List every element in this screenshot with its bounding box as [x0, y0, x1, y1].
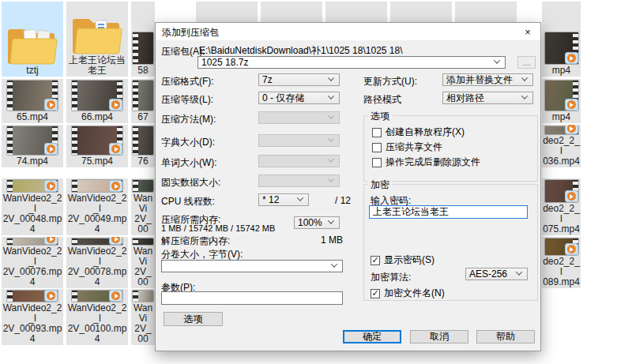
filmstrip-holes: [7, 81, 13, 111]
solid-block-label: 固实数据大小:: [161, 176, 220, 190]
chevron-down-icon: [521, 92, 528, 99]
file-tile[interactable]: WanVideo2_2_I2V_00076.mp4: [2, 237, 63, 288]
browse-button[interactable]: ...: [517, 56, 536, 69]
decompress-memory-label: 解压缩所需内存:: [161, 235, 230, 248]
delete-after-checkbox-row[interactable]: 操作完成后删除源文件: [372, 156, 480, 169]
file-tile[interactable]: deo2_2_I089.mp4: [542, 237, 581, 288]
video-thumbnail: [545, 238, 578, 255]
chevron-down-icon: [328, 74, 334, 81]
file-tile[interactable]: WanVideo2_2_I2V_00049.mp4: [66, 178, 128, 235]
folder-icon: [72, 14, 122, 55]
dialog-titlebar[interactable]: 添加到压缩包 ×: [156, 23, 540, 40]
close-icon[interactable]: ×: [515, 23, 540, 40]
chevron-down-icon: [328, 92, 334, 99]
video-thumbnail: [72, 291, 122, 302]
file-tile[interactable]: WanVi2V_00: [131, 237, 155, 288]
video-thumbnail: [7, 238, 58, 245]
ok-button[interactable]: 确定: [343, 330, 401, 343]
update-mode-combo[interactable]: 添加并替换文件: [442, 73, 533, 86]
shared-files-checkbox-row[interactable]: 压缩共享文件: [372, 141, 442, 154]
filmstrip-holes: [72, 238, 77, 245]
play-icon: [44, 143, 58, 155]
file-label: WanVideo2_2_I2V_00049.mp4: [67, 193, 127, 235]
filmstrip-holes: [72, 126, 77, 155]
checkbox-unchecked[interactable]: [372, 128, 382, 137]
file-tile[interactable]: WanVideo2_2_I2V_00048.mp4: [2, 178, 63, 235]
video-thumbnail: [72, 126, 122, 155]
help-button[interactable]: 帮助: [476, 330, 535, 343]
chevron-down-icon: [328, 175, 334, 182]
checkbox-unchecked[interactable]: [372, 158, 382, 167]
checkbox-checked[interactable]: ✓: [371, 256, 380, 265]
file-tile[interactable]: mp4: [542, 79, 581, 123]
video-thumbnail: [545, 81, 578, 111]
cpu-threads-combo[interactable]: * 12: [258, 193, 309, 206]
file-tile[interactable]: mp4: [542, 2, 581, 77]
file-tile[interactable]: 65.mp4: [2, 79, 63, 123]
file-tile[interactable]: WanVi2V_00: [131, 178, 155, 235]
password-input[interactable]: 上老王论坛当老王: [369, 205, 528, 219]
play-icon: [109, 290, 122, 302]
file-tile[interactable]: 66.mp4: [66, 79, 128, 123]
file-tile[interactable]: WanVi2V_00: [131, 289, 155, 345]
filmstrip-holes: [133, 291, 138, 302]
method-combo-disabled: [258, 111, 340, 124]
show-password-checkbox-row[interactable]: ✓ 显示密码(S): [371, 253, 434, 267]
parameters-input[interactable]: [161, 291, 343, 305]
video-thumbnail: [72, 81, 122, 111]
file-tile[interactable]: 75.mp4: [66, 125, 128, 167]
archive-name-combo[interactable]: 1025 18.7z: [198, 56, 506, 69]
file-tile[interactable]: 58: [131, 2, 155, 77]
file-tile[interactable]: WanVideo2_2_I2V_00093.mp4: [2, 289, 63, 345]
memory-percent-combo[interactable]: 100%: [294, 216, 340, 229]
file-tile[interactable]: 67: [131, 79, 155, 123]
path-mode-combo[interactable]: 相对路径: [442, 92, 533, 104]
file-tile[interactable]: tztj: [2, 2, 63, 77]
file-tile[interactable]: WanVideo2_2_I2V_00078.mp4: [66, 237, 128, 288]
encrypt-names-checkbox-row[interactable]: ✓ 加密文件名(N): [371, 287, 445, 300]
file-label: WanVi2V_00: [132, 303, 154, 344]
format-combo[interactable]: 7z: [258, 73, 340, 86]
filmstrip-holes: [133, 81, 138, 111]
method-label: 压缩方法(M):: [161, 113, 216, 126]
file-label: mp4: [543, 66, 580, 76]
file-tile[interactable]: 上老王论坛当老王: [66, 2, 128, 77]
video-thumbnail: [7, 291, 58, 302]
show-password-label: 显示密码(S): [384, 253, 434, 267]
file-tile[interactable]: deo2_2_I036.mp4: [542, 125, 581, 167]
chevron-down-icon: [331, 261, 337, 267]
play-icon: [565, 243, 578, 255]
level-label: 压缩等级(L):: [161, 93, 213, 107]
play-icon: [109, 99, 122, 111]
video-thumbnail: [7, 126, 58, 155]
file-tile[interactable]: 76: [131, 125, 155, 167]
chevron-down-icon: [494, 57, 500, 63]
checkbox-unchecked[interactable]: [372, 143, 382, 152]
video-thumbnail: [133, 180, 153, 192]
video-thumbnail: [7, 180, 58, 192]
encryption-group-label: 加密: [367, 178, 393, 192]
cpu-threads-label: CPU 线程数:: [161, 195, 215, 208]
checkbox-checked[interactable]: ✓: [371, 289, 380, 298]
encrypt-names-label: 加密文件名(N): [384, 287, 445, 300]
filmstrip-holes: [7, 291, 13, 302]
video-thumbnail: [133, 81, 153, 111]
cancel-button[interactable]: 取消: [410, 330, 468, 343]
sfx-checkbox-row[interactable]: 创建自释放程序(X): [372, 126, 465, 139]
file-tile[interactable]: WanVideo2_2_I2V_00100.mp4: [66, 289, 128, 345]
play-icon: [44, 180, 58, 192]
level-combo[interactable]: 0 - 仅存储: [258, 92, 340, 104]
cipher-combo[interactable]: AES-256: [465, 268, 528, 280]
format-label: 压缩格式(F):: [161, 75, 214, 88]
options-button[interactable]: 选项: [164, 312, 223, 326]
video-thumbnail: [545, 180, 578, 202]
file-label: WanVideo2_2_I2V_00048.mp4: [2, 193, 62, 235]
delete-after-checkbox-label: 操作完成后删除源文件: [386, 156, 480, 169]
play-icon: [565, 52, 578, 64]
file-tile[interactable]: 74.mp4: [2, 125, 63, 167]
file-tile[interactable]: deo2_2_I075.mp4: [542, 178, 581, 235]
file-label: tztj: [2, 66, 62, 76]
volume-size-combo[interactable]: [161, 260, 343, 272]
file-label: 67: [132, 112, 154, 122]
play-icon: [44, 237, 58, 245]
